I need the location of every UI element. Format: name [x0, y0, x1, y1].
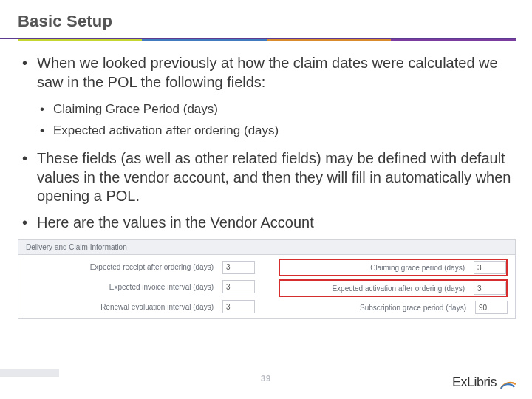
sub-bullet-text: Expected activation after ordering (days… [53, 123, 279, 137]
footer: 39 ExLibris [0, 366, 532, 399]
slide: Basic Setup When we looked previously at… [0, 0, 532, 399]
sub-bullet-item: Expected activation after ordering (days… [37, 120, 516, 142]
panel-body: Expected receipt after ordering (days) 3… [18, 255, 515, 318]
field-label: Expected activation after ordering (days… [280, 284, 474, 293]
bullet-item: When we looked previously at how the cla… [22, 54, 516, 142]
field-label: Renewal evaluation interval (days) [26, 303, 222, 311]
page-number: 39 [261, 374, 271, 383]
sub-bullet-list: Claiming Grace Period (days) Expected ac… [37, 99, 516, 142]
page-title: Basic Setup [18, 12, 498, 31]
vendor-account-panel: Delivery and Claim Information Expected … [18, 239, 516, 319]
sub-bullet-text: Claiming Grace Period (days) [53, 102, 218, 116]
title-wrap: Basic Setup [0, 12, 516, 39]
highlighted-row: Claiming grace period (days) 3 [279, 259, 508, 276]
panel-heading: Delivery and Claim Information [18, 240, 515, 255]
bullet-text: When we looked previously at how the cla… [37, 55, 498, 90]
field-label: Claiming grace period (days) [280, 264, 474, 272]
panel-left-column: Expected receipt after ordering (days) 3… [26, 259, 255, 314]
field-label: Expected receipt after ordering (days) [26, 263, 222, 271]
bullet-list: When we looked previously at how the cla… [22, 54, 516, 232]
progress-bar [0, 369, 59, 377]
field-label: Expected invoice interval (days) [26, 283, 222, 291]
sub-bullet-item: Claiming Grace Period (days) [37, 99, 516, 120]
field-value: 3 [474, 282, 506, 295]
field-value: 3 [222, 261, 255, 274]
panel-right-column: Claiming grace period (days) 3 Expected … [279, 259, 508, 314]
bullet-item: These fields (as well as other related f… [22, 149, 516, 206]
bullet-text: Here are the values in the Vendor Accoun… [37, 214, 314, 231]
field-value: 3 [222, 280, 255, 293]
field-label: Subscription grace period (days) [279, 304, 475, 312]
body: When we looked previously at how the cla… [0, 41, 532, 232]
field-value: 90 [475, 301, 508, 314]
brand-arc-icon [499, 374, 517, 390]
field-value: 3 [474, 261, 506, 274]
bullet-item: Here are the values in the Vendor Accoun… [22, 214, 516, 233]
brand-text: ExLibris [452, 375, 497, 390]
field-value: 3 [222, 300, 255, 313]
brand-logo: ExLibris [452, 374, 517, 390]
bullet-text: These fields (as well as other related f… [37, 150, 511, 204]
highlighted-row: Expected activation after ordering (days… [279, 279, 508, 297]
